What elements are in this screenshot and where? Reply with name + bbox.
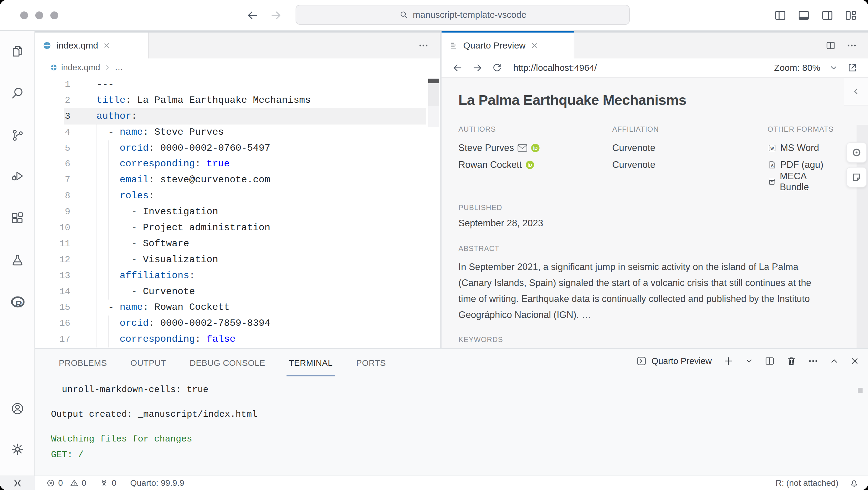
preview-eye-button[interactable] [846,142,867,163]
tab-label: index.qmd [56,40,98,51]
code-line[interactable]: 17 corresponding: false [35,331,440,348]
problems-status-button[interactable]: 0 0 [46,478,86,488]
terminal-output[interactable]: unroll-markdown-cells: trueOutput create… [51,382,850,472]
back-icon[interactable] [452,62,463,73]
r-status-button[interactable]: R: (not attached) [775,478,838,488]
preview-url-field[interactable]: http://localhost:4964/ [513,63,597,73]
tab-terminal[interactable]: TERMINAL [289,358,333,368]
sidebar-item-run-debug[interactable] [10,169,25,183]
sidebar-item-source-control[interactable] [10,128,25,142]
code-line[interactable]: 11 - Software [35,236,440,252]
open-external-icon[interactable] [847,62,858,73]
sidebar-item-testing[interactable] [10,253,25,267]
split-editor-icon[interactable] [825,40,836,51]
code-line[interactable]: 4 - name: Steve Purves [35,125,440,140]
account-button[interactable] [10,401,25,416]
warning-icon [70,479,79,488]
history-forward-button[interactable] [269,9,283,22]
code-line[interactable]: 7 email: steve@curvenote.com [35,172,440,188]
ports-status-button[interactable]: 0 [99,478,116,488]
published-section: PUBLISHED September 28, 2023 [459,203,835,229]
code-line[interactable]: 3author: [35,108,440,125]
chevron-down-icon[interactable] [829,63,838,73]
more-actions-kebab-icon[interactable] [846,40,857,51]
other-formats-label: OTHER FORMATS [768,125,835,133]
bell-icon[interactable] [849,478,859,488]
traffic-light-minimize-button[interactable] [35,11,43,19]
code-text: --- [80,76,440,93]
tab-output[interactable]: OUTPUT [131,358,166,368]
tab-debug-console[interactable]: DEBUG CONSOLE [190,358,266,368]
tab-quarto-preview[interactable]: Quarto Preview [441,31,574,59]
search-text: manuscript-template-vscode [413,10,527,20]
more-actions-kebab-icon[interactable] [808,356,818,366]
sidebar-item-extensions[interactable] [10,211,25,225]
breadcrumb[interactable]: index.qmd … [35,59,440,76]
traffic-light-zoom-button[interactable] [50,11,58,19]
breadcrumb-more[interactable]: … [115,63,123,72]
collapse-toc-button[interactable] [844,78,868,105]
source-control-icon [10,128,25,142]
toggle-secondary-sidebar-button[interactable] [820,8,834,22]
terminal-instance-selector[interactable]: Quarto Preview [636,355,712,367]
code-text: affiliations: [80,268,440,284]
forward-icon[interactable] [472,62,483,73]
history-back-button[interactable] [246,9,259,22]
sidebar-item-r-tools[interactable]: R [10,295,25,310]
envelope-icon[interactable] [518,144,527,152]
preview-list-icon [450,41,459,50]
code-line[interactable]: 16 orcid: 0000-0002-7859-8394 [35,316,440,331]
bottom-panel: PROBLEMS OUTPUT DEBUG CONSOLE TERMINAL P… [35,348,868,476]
toggle-sidebar-button[interactable] [773,8,787,22]
preview-note-button[interactable] [846,167,867,188]
settings-button[interactable] [10,442,25,457]
orcid-icon[interactable]: iD [525,160,534,169]
close-icon[interactable] [103,41,111,50]
split-terminal-icon[interactable] [764,356,775,366]
tab-ports[interactable]: PORTS [356,358,386,368]
trash-icon[interactable] [786,356,797,366]
chevron-down-icon[interactable] [745,357,753,365]
format-link[interactable]: w MS Word [768,139,835,156]
close-icon[interactable] [530,41,538,50]
command-center-search[interactable]: manuscript-template-vscode [296,5,630,25]
code-line[interactable]: 9 - Investigation [35,204,440,220]
tab-problems[interactable]: PROBLEMS [59,358,107,368]
sidebar-item-explorer[interactable] [10,44,25,59]
article-title: La Palma Earthquake Mechanisms [459,92,835,108]
reload-icon[interactable] [492,62,502,73]
traffic-light-close-button[interactable] [20,11,28,19]
code-line[interactable]: 12 - Visualization [35,252,440,268]
code-line[interactable]: 15 - name: Rowan Cockett [35,299,440,316]
chevron-up-icon[interactable] [829,356,839,366]
new-terminal-plus-icon[interactable] [723,355,734,367]
breadcrumb-file[interactable]: index.qmd [61,63,100,72]
code-editor[interactable]: 1---2title: La Palma Earthquake Mechanis… [35,76,440,348]
extensions-icon [10,211,25,225]
code-line[interactable]: 14 - Curvenote [35,284,440,300]
remote-indicator-button[interactable] [0,476,35,490]
preview-tab-bar: Quarto Preview [441,31,868,59]
customize-layout-button[interactable] [844,8,858,22]
tab-index-qmd[interactable]: index.qmd [35,33,149,59]
author-name: Steve Purves [459,142,514,153]
zoom-level[interactable]: Zoom: 80% [774,63,820,73]
code-line[interactable]: 8 roles: [35,188,440,204]
terminal-scrollbar[interactable] [858,388,863,393]
toggle-panel-button[interactable] [797,8,811,22]
code-line[interactable]: 1--- [35,76,440,93]
code-line[interactable]: 10 - Project administration [35,220,440,236]
more-actions-kebab-icon[interactable] [418,40,429,51]
code-line[interactable]: 5 orcid: 0000-0002-0760-5497 [35,140,440,156]
code-text: orcid: 0000-0002-0760-5497 [80,140,440,156]
format-link[interactable]: MECA Bundle [768,173,835,190]
code-line[interactable]: 6 corresponding: true [35,156,440,172]
format-label: MS Word [780,142,819,153]
code-line[interactable]: 2title: La Palma Earthquake Mechanisms [35,93,440,108]
orcid-icon[interactable]: iD [531,143,540,153]
sidebar-item-search[interactable] [10,86,25,100]
code-line[interactable]: 13 affiliations: [35,268,440,284]
close-icon[interactable] [850,356,860,366]
quarto-version-button[interactable]: Quarto: 99.9.9 [130,478,184,488]
word-icon: w [768,143,777,153]
